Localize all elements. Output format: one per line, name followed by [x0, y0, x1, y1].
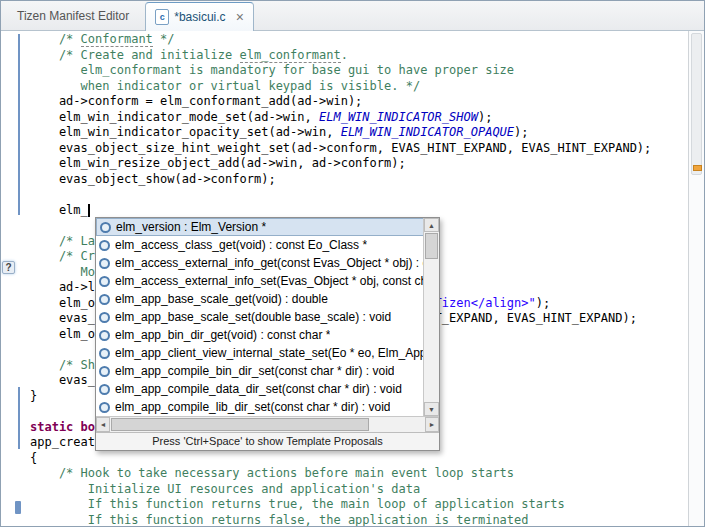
scroll-up-icon[interactable]: ▲ [424, 218, 439, 232]
scroll-left-icon[interactable]: ◄ [96, 417, 110, 432]
proposal-label: elm_app_compile_bin_dir_set(const char *… [115, 364, 394, 378]
code-line: /* Hook to take necessary actions before… [30, 466, 689, 482]
code-line: If this function returns true, the main … [30, 497, 689, 513]
code-token: /* Create and initialize [30, 48, 240, 62]
function-proposal-icon [99, 312, 110, 323]
code-line: /* Create and initialize elm_conformant. [30, 48, 689, 64]
proposal-label: elm_app_client_view_internal_state_set(E… [115, 346, 423, 360]
proposal-item[interactable]: elm_app_compile_bin_dir_set(const char *… [96, 362, 439, 380]
function-proposal-icon [99, 258, 110, 269]
proposal-item[interactable]: elm_app_base_scale_get(void) : double [96, 290, 439, 308]
proposal-item[interactable]: elm_access_external_info_set(Evas_Object… [96, 272, 439, 290]
tab-label: Tizen Manifest Editor [17, 9, 129, 23]
proposal-item[interactable]: elm_access_external_info_get(const Evas_… [96, 254, 439, 272]
code-token: elm_conformant [240, 48, 341, 63]
proposal-label: elm_access_external_info_set(Evas_Object… [115, 274, 423, 288]
code-line: If this function returns false, the appl… [30, 513, 689, 527]
code-token: } [30, 389, 37, 403]
code-token: ELM_WIN_INDICATOR_SHOW [319, 110, 478, 124]
tab-basicui-c[interactable]: c *basicui.c × [145, 2, 254, 31]
code-token: If this function returns true, the main … [30, 497, 565, 511]
close-tab-icon[interactable]: × [236, 10, 244, 24]
code-token [73, 420, 80, 434]
code-token: Conformant [81, 32, 153, 47]
proposal-label: elm_app_compile_lib_dir_set(const char *… [115, 400, 390, 414]
proposal-item[interactable]: elm_app_client_view_internal_state_set(E… [96, 344, 439, 362]
code-line: evas_object_show(ad->conform); [30, 172, 689, 188]
occurrence-marker[interactable] [693, 165, 702, 171]
text-caret [88, 204, 90, 217]
horizontal-scroll-thumb[interactable] [111, 418, 369, 431]
proposal-item[interactable]: elm_app_base_scale_set(double base_scale… [96, 308, 439, 326]
scroll-right-icon[interactable]: ► [425, 417, 439, 432]
proposal-label: elm_access_external_info_get(const Evas_… [115, 256, 423, 270]
help-annotation-icon[interactable]: ? [2, 261, 15, 274]
code-line: /* Conformant */ [30, 32, 689, 48]
scroll-down-icon[interactable]: ▼ [424, 402, 439, 416]
ide-editor-window: Tizen Manifest Editor c *basicui.c × ? /… [0, 0, 705, 527]
proposal-list: elm_version : Elm_Version *elm_access_cl… [96, 218, 439, 416]
proposal-item[interactable]: elm_version : Elm_Version * [96, 218, 439, 236]
code-token: elm_win_resize_object_add(ad->win, ad->c… [30, 156, 406, 170]
code-line: evas_object_size_hint_weight_set(ad->con… [30, 141, 689, 157]
proposal-label: elm_app_base_scale_set(double base_scale… [115, 310, 391, 324]
function-proposal-icon [99, 402, 110, 413]
code-line: elm_win_indicator_opacity_set(ad->win, E… [30, 125, 689, 141]
proposal-item[interactable]: elm_app_compile_data_dir_set(const char … [96, 380, 439, 398]
code-token: elm_ [30, 203, 88, 217]
code-token: ); [478, 110, 492, 124]
proposal-label: elm_access_class_get(void) : const Eo_Cl… [115, 238, 367, 252]
code-line: when indicator or virtual keypad is visi… [30, 79, 689, 95]
editor-tabbar: Tizen Manifest Editor c *basicui.c × [1, 1, 704, 31]
code-line: { [30, 451, 689, 467]
code-token: If this function returns false, the appl… [30, 513, 529, 527]
code-token: { [30, 451, 37, 465]
code-line: elm_conformant is mandatory for base gui… [30, 63, 689, 79]
function-proposal-icon [99, 240, 110, 251]
code-token: /* [30, 32, 81, 46]
function-proposal-icon [99, 384, 110, 395]
function-proposal-icon [100, 222, 111, 233]
proposal-label: elm_version : Elm_Version * [116, 220, 266, 234]
code-token: Initialize UI resources and application'… [30, 482, 420, 496]
proposal-item[interactable]: elm_app_bin_dir_get(void) : const char * [96, 326, 439, 344]
code-token: elm_conformant is mandatory for base gui… [30, 63, 514, 77]
code-line [30, 187, 689, 203]
proposal-label: elm_app_base_scale_get(void) : double [115, 292, 328, 306]
function-proposal-icon [99, 294, 110, 305]
left-annotation-ruler: ? [1, 31, 30, 526]
code-token: ); [514, 125, 528, 139]
vertical-scroll-thumb[interactable] [425, 233, 438, 259]
code-token: */ [153, 32, 175, 46]
proposal-item[interactable]: elm_app_compile_lib_dir_set(const char *… [96, 398, 439, 416]
code-token: when indicator or virtual keypad is visi… [30, 79, 420, 93]
overview-ruler[interactable] [688, 31, 704, 526]
function-proposal-icon [99, 330, 110, 341]
code-token: ad->conform = elm_conformant_add(ad->win… [30, 94, 362, 108]
function-proposal-icon [99, 348, 110, 359]
code-token: evas_object_show(ad->conform); [30, 172, 276, 186]
function-proposal-icon [99, 366, 110, 377]
tab-tizen-manifest-editor[interactable]: Tizen Manifest Editor [1, 1, 145, 30]
proposal-item[interactable]: elm_access_class_get(void) : const Eo_Cl… [96, 236, 439, 254]
code-editor[interactable]: ? /* Conformant */ /* Create and initial… [1, 31, 704, 526]
code-token: elm_win_indicator_mode_set(ad->win, [30, 110, 319, 124]
content-assist-popup: elm_version : Elm_Version *elm_access_cl… [95, 217, 440, 451]
function-proposal-icon [99, 276, 110, 287]
overview-scroll-thumb[interactable] [691, 33, 702, 175]
range-indicator [18, 387, 20, 449]
code-line: elm_win_indicator_mode_set(ad->win, ELM_… [30, 110, 689, 126]
code-line: ad->conform = elm_conformant_add(ad->win… [30, 94, 689, 110]
proposal-label: elm_app_compile_data_dir_set(const char … [115, 382, 402, 396]
code-line: elm_win_resize_object_add(ad->win, ad->c… [30, 156, 689, 172]
c-file-icon: c [155, 9, 169, 25]
code-token: /* Hook to take necessary actions before… [30, 466, 514, 480]
code-token: ELM_WIN_INDICATOR_OPAQUE [341, 125, 514, 139]
popup-vertical-scrollbar: ▲ ▼ [423, 218, 439, 416]
code-token: evas_object_size_hint_weight_set(ad->con… [30, 141, 651, 155]
code-line: Initialize UI resources and application'… [30, 482, 689, 498]
template-proposals-hint: Press 'Ctrl+Space' to show Template Prop… [96, 432, 439, 450]
range-indicator [18, 34, 20, 215]
code-token: static [30, 420, 73, 434]
code-token: ); [536, 296, 550, 310]
